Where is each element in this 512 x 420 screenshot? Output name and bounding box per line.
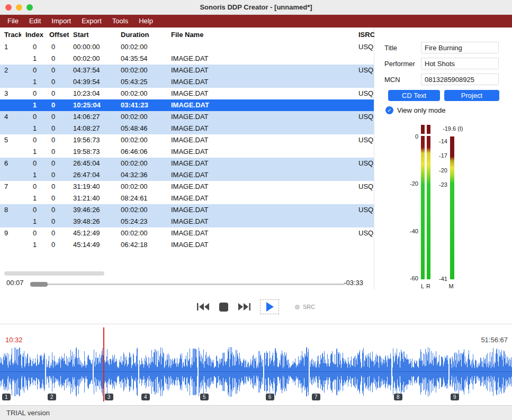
cell-offset: 0 [45, 181, 69, 193]
table-row[interactable]: 40014:06:2700:02:00IMAGE.DATUSQ [0, 111, 374, 123]
window-title: Sonoris DDP Creator - [unnamed*] [200, 3, 312, 11]
cell-track: 4 [0, 111, 21, 123]
src-indicator[interactable] [295, 305, 300, 309]
cell-start: 19:58:73 [69, 146, 116, 158]
menu-item-file[interactable]: File [2, 15, 24, 28]
table-row[interactable]: 20004:37:5400:02:00IMAGE.DATUSQ [0, 65, 374, 76]
table-row[interactable]: 1026:47:0404:32:36IMAGE.DAT [0, 169, 374, 181]
track-badge[interactable]: 6 [266, 394, 274, 400]
column-header-track[interactable]: Track [0, 31, 21, 39]
waveform-canvas[interactable] [0, 345, 512, 398]
view-only-label: View only mode [397, 106, 446, 114]
meter-scale-label: 0 [396, 133, 418, 140]
clip-indicator-left [421, 125, 425, 134]
menu-item-import[interactable]: Import [46, 15, 76, 28]
table-row[interactable]: 1010:25:0403:41:23IMAGE.DAT [0, 99, 374, 111]
horizontal-scrollbar[interactable] [4, 271, 104, 276]
track-badge[interactable]: 8 [394, 394, 402, 400]
column-header-offset[interactable]: Offset [45, 31, 69, 39]
column-header-duration[interactable]: Duration [116, 31, 167, 39]
table-row[interactable]: 10000:00:0000:02:00USQ [0, 41, 374, 53]
table-row[interactable]: 30010:23:0400:02:00IMAGE.DATUSQ [0, 88, 374, 99]
title-field[interactable] [421, 42, 499, 53]
minimize-button[interactable] [16, 4, 22, 11]
playhead[interactable] [103, 327, 104, 401]
cell-file: IMAGE.DAT [167, 193, 354, 204]
project-button[interactable]: Project [444, 90, 499, 101]
cd-text-button[interactable]: CD Text [388, 90, 440, 101]
view-only-checkbox[interactable]: ✓ [385, 106, 393, 114]
track-table: TrackIndexOffsetStartDurationFile NameIS… [0, 28, 374, 290]
track-badge[interactable]: 4 [141, 394, 150, 400]
track-badge[interactable]: 1 [2, 394, 11, 400]
cell-offset: 0 [45, 88, 69, 99]
meter-scale-label: -20 [396, 180, 418, 187]
column-header-isrc[interactable]: ISRC [354, 31, 374, 39]
cell-start: 14:08:27 [69, 123, 116, 134]
menu-item-edit[interactable]: Edit [24, 15, 46, 28]
next-track-button[interactable] [238, 303, 250, 311]
table-row[interactable]: 50019:56:7300:02:00IMAGE.DATUSQ [0, 134, 374, 146]
cell-file: IMAGE.DAT [167, 53, 354, 65]
cell-offset: 0 [45, 65, 69, 76]
play-button[interactable] [265, 302, 274, 312]
stop-button[interactable] [219, 303, 228, 312]
cell-start: 10:25:04 [69, 99, 116, 111]
table-row[interactable]: 1004:39:5405:43:25IMAGE.DAT [0, 76, 374, 88]
cell-duration: 00:02:00 [116, 134, 167, 146]
side-panel: Title Performer MCN CD Text Project ✓ Vi… [374, 28, 512, 290]
track-badge[interactable]: 3 [105, 394, 113, 400]
remaining-time: -03:33 [344, 279, 363, 287]
track-badge[interactable]: 7 [312, 394, 320, 400]
table-row[interactable]: 90045:12:4900:02:00IMAGE.DATUSQ [0, 227, 374, 239]
mcn-field[interactable] [421, 74, 499, 85]
cell-offset: 0 [45, 158, 69, 169]
seek-slider-track[interactable] [30, 284, 345, 285]
table-row[interactable]: 70031:19:4000:02:00IMAGE.DATUSQ [0, 181, 374, 193]
cell-file [167, 41, 354, 53]
cell-track [0, 169, 21, 181]
wave-section: 10:32 51:56:67 123456789 [0, 324, 512, 405]
track-badge[interactable]: 2 [48, 394, 56, 400]
column-header-start[interactable]: Start [69, 31, 116, 39]
cell-offset: 0 [45, 123, 69, 134]
transport-bar: SRC [0, 290, 512, 324]
table-row[interactable]: 1000:02:0004:35:54IMAGE.DAT [0, 53, 374, 65]
cell-start: 10:23:04 [69, 88, 116, 99]
table-row[interactable]: 1039:48:2605:24:23IMAGE.DAT [0, 216, 374, 227]
table-row[interactable]: 1031:21:4008:24:61IMAGE.DAT [0, 193, 374, 204]
table-row[interactable]: 1014:08:2705:48:46IMAGE.DAT [0, 123, 374, 134]
meter-scale-label: -17 [425, 152, 447, 159]
cell-start: 26:45:04 [69, 158, 116, 169]
table-row[interactable]: 60026:45:0400:02:00IMAGE.DATUSQ [0, 158, 374, 169]
close-button[interactable] [5, 4, 12, 11]
cell-file: IMAGE.DAT [167, 169, 354, 181]
clip-indicator-right [427, 125, 430, 134]
previous-track-button[interactable] [197, 303, 210, 311]
table-row[interactable]: 1045:14:4906:42:18IMAGE.DAT [0, 239, 374, 251]
zoom-button[interactable] [26, 4, 33, 11]
meter-scale-label: -20 [425, 167, 447, 174]
menu-item-export[interactable]: Export [76, 15, 107, 28]
cell-file: IMAGE.DAT [167, 239, 354, 251]
cell-track [0, 239, 21, 251]
column-header-index[interactable]: Index [21, 31, 45, 39]
table-row[interactable]: 1019:58:7306:46:06IMAGE.DAT [0, 146, 374, 158]
table-row[interactable]: 80039:46:2600:02:00IMAGE.DATUSQ [0, 204, 374, 216]
cell-isrc [354, 76, 374, 88]
cell-track [0, 76, 21, 88]
meter-scale-label: -23 [425, 181, 447, 188]
seek-slider-handle[interactable] [30, 282, 48, 287]
menu-item-tools[interactable]: Tools [107, 15, 133, 28]
track-badge[interactable]: 9 [451, 394, 459, 400]
performer-field[interactable] [421, 58, 499, 69]
main-area: TrackIndexOffsetStartDurationFile NameIS… [0, 28, 512, 290]
cell-start: 14:06:27 [69, 111, 116, 123]
cell-start: 00:00:00 [69, 41, 116, 53]
menu-item-help[interactable]: Help [133, 15, 158, 28]
track-badge[interactable]: 5 [200, 394, 209, 400]
column-header-file[interactable]: File Name [167, 31, 354, 39]
cell-isrc [354, 193, 374, 204]
cell-file: IMAGE.DAT [167, 99, 354, 111]
cell-isrc [354, 216, 374, 227]
